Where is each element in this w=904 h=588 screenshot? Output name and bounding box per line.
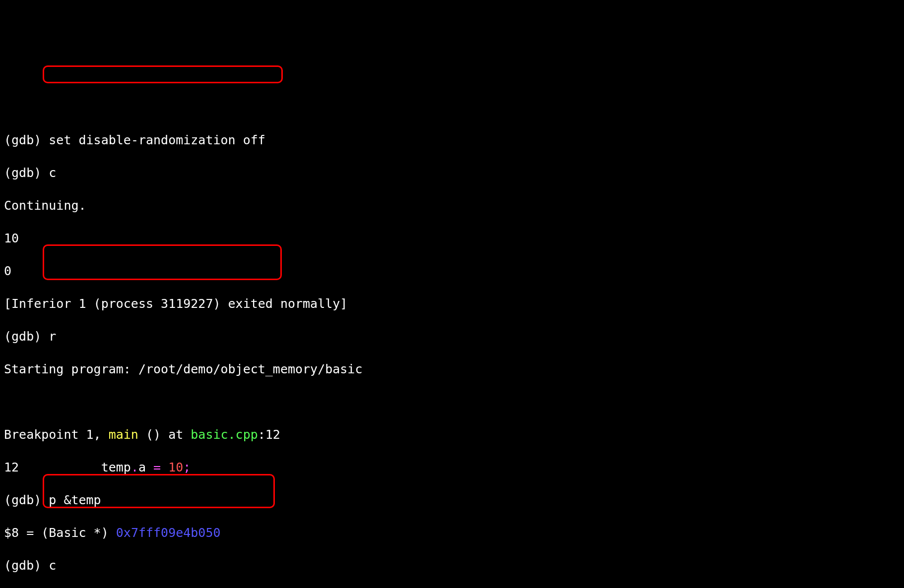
source-line: 12 temp.a = 10; [4, 459, 900, 475]
output-line: 10 [4, 230, 900, 246]
highlight-box-1 [43, 65, 283, 83]
gdb-line[interactable]: (gdb) c [4, 557, 900, 574]
output-line: $8 = (Basic *) 0x7fff09e4b050 [4, 525, 900, 541]
gdb-prompt: (gdb) [4, 133, 49, 147]
gdb-prompt: (gdb) [4, 329, 49, 344]
output-line: 0 [4, 263, 900, 279]
output-line: Starting program: /root/demo/object_memo… [4, 361, 900, 377]
terminal-output: (gdb) set disable-randomization off (gdb… [4, 66, 900, 588]
gdb-line[interactable]: (gdb) set disable-randomization off [4, 132, 900, 148]
gdb-command: c [49, 558, 56, 573]
gdb-command: c [49, 166, 56, 180]
gdb-line[interactable]: (gdb) p &temp [4, 492, 900, 508]
filename: basic.cpp [191, 427, 258, 442]
gdb-line[interactable]: (gdb) c [4, 165, 900, 181]
gdb-line[interactable]: (gdb) r [4, 328, 900, 345]
blank-line [4, 394, 900, 410]
function-name: main [109, 427, 138, 442]
gdb-prompt: (gdb) [4, 166, 49, 180]
output-line: [Inferior 1 (process 3119227) exited nor… [4, 295, 900, 312]
output-line: Continuing. [4, 197, 900, 214]
gdb-prompt: (gdb) [4, 493, 49, 507]
gdb-command: p &temp [49, 493, 101, 507]
breakpoint-line: Breakpoint 1, main () at basic.cpp:12 [4, 426, 900, 443]
gdb-command: set disable-randomization off [49, 133, 265, 147]
gdb-prompt: (gdb) [4, 558, 49, 573]
gdb-command: r [49, 329, 56, 344]
memory-address: 0x7fff09e4b050 [116, 526, 221, 540]
